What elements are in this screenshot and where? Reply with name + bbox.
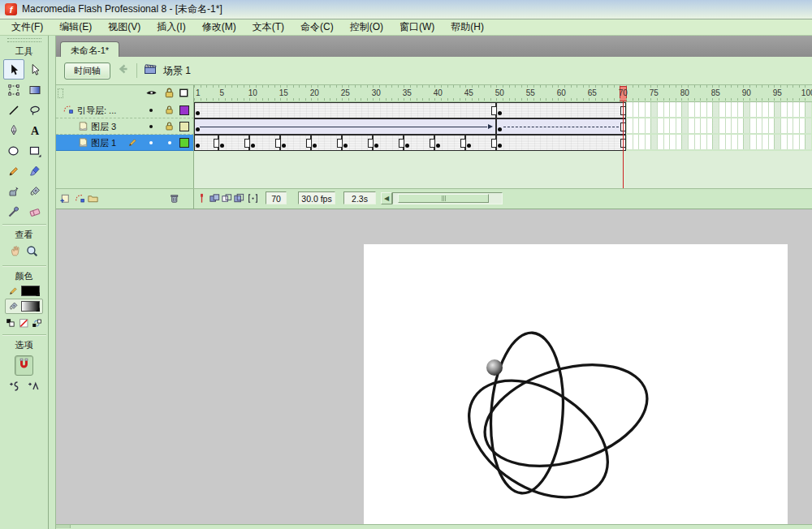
line-tool[interactable] <box>3 100 24 120</box>
rectangle-tool[interactable] <box>24 140 45 161</box>
menu-item-0[interactable]: 文件(F) <box>3 19 51 35</box>
pen-tool[interactable] <box>3 120 24 140</box>
keyframe-dot[interactable] <box>498 127 502 131</box>
text-tool[interactable]: A <box>24 120 45 140</box>
lasso-tool[interactable] <box>24 100 45 120</box>
add-motion-guide-button[interactable] <box>73 192 85 208</box>
stage-horizontal-scrollbar[interactable] <box>56 524 812 529</box>
delete-layer-button[interactable] <box>168 192 180 208</box>
layer-visibility-dot[interactable] <box>149 109 153 112</box>
layer-lock-dot[interactable] <box>168 141 171 144</box>
stage-scroll-button[interactable] <box>56 525 71 528</box>
oval-tool[interactable] <box>3 140 24 161</box>
timeline-toggle-button[interactable]: 时间轴 <box>64 62 110 80</box>
frame-span[interactable] <box>496 102 626 118</box>
menu-item-7[interactable]: 控制(O) <box>342 19 391 35</box>
keyframe-dot[interactable] <box>196 111 200 115</box>
show-hide-all-layers-icon[interactable] <box>145 87 158 102</box>
menu-item-1[interactable]: 编辑(E) <box>51 19 100 35</box>
onion-skin-outlines-button[interactable] <box>221 192 233 208</box>
keyframe-dot[interactable] <box>196 144 200 148</box>
eyedropper-tool[interactable] <box>3 201 24 221</box>
scene-label[interactable]: 场景 1 <box>163 64 191 78</box>
layer-name[interactable]: 图层 1 <box>91 137 116 149</box>
show-all-layers-as-outlines-icon[interactable] <box>178 87 190 102</box>
frames-row-2[interactable] <box>194 118 812 135</box>
layer-row-图层 3[interactable]: 图层 3 <box>56 118 194 135</box>
menu-item-3[interactable]: 插入(I) <box>149 19 193 35</box>
modify-onion-markers-button[interactable] <box>247 192 259 208</box>
swap-colors-button[interactable] <box>32 317 42 332</box>
stage-canvas[interactable] <box>364 244 788 527</box>
brush-tool[interactable] <box>24 161 45 181</box>
frame-rate-field[interactable]: 30.0 fps <box>298 191 335 204</box>
document-tab[interactable]: 未命名-1* <box>60 41 119 57</box>
center-frame-button[interactable] <box>196 192 208 208</box>
onion-skin-button[interactable] <box>209 192 221 208</box>
default-colors-button[interactable] <box>6 317 16 332</box>
frame-span[interactable] <box>496 118 626 135</box>
free-transform-tool[interactable] <box>3 80 24 100</box>
keyframe-dot[interactable] <box>467 144 471 148</box>
frames-row-1[interactable] <box>194 102 812 118</box>
keyframe-dot[interactable] <box>436 144 440 148</box>
menu-item-6[interactable]: 命令(C) <box>292 19 342 35</box>
current-frame-field[interactable]: 70 <box>266 191 287 204</box>
insert-layer-folder-button[interactable] <box>87 192 99 208</box>
edit-multiple-frames-button[interactable] <box>233 192 245 208</box>
back-icon[interactable] <box>117 62 130 79</box>
timeline-scroll-left-button[interactable]: ◀ <box>381 192 392 204</box>
timeline-ruler[interactable]: 1510152025303540455055606570758085909510… <box>194 85 812 102</box>
elapsed-time-field[interactable]: 2.3s <box>343 191 376 204</box>
selection-tool[interactable] <box>3 59 24 80</box>
layer-name[interactable]: 引导层: ... <box>77 105 116 117</box>
frame-span[interactable] <box>194 102 496 118</box>
keyframe-dot[interactable] <box>374 144 378 148</box>
layer-outline-color-swatch[interactable] <box>179 138 189 148</box>
keyframe-dot[interactable] <box>196 127 200 131</box>
keyframe-dot[interactable] <box>313 144 317 148</box>
stroke-color-swatch[interactable] <box>21 286 40 296</box>
timeline-scrollbar[interactable] <box>392 192 503 204</box>
snap-to-objects-toggle[interactable] <box>15 355 33 376</box>
keyframe-dot[interactable] <box>343 144 348 148</box>
panel-grip[interactable] <box>58 88 63 98</box>
layer-visibility-dot[interactable] <box>149 125 153 128</box>
frames-row-3[interactable] <box>194 135 812 151</box>
timeline-scrollbar-thumb[interactable] <box>398 194 489 203</box>
keyframe-dot[interactable] <box>498 144 502 148</box>
menu-item-5[interactable]: 文本(T) <box>244 19 292 35</box>
insert-layer-button[interactable] <box>59 192 71 208</box>
keyframe-dot[interactable] <box>220 144 224 148</box>
menu-item-4[interactable]: 修改(M) <box>194 19 244 35</box>
layer-name[interactable]: 图层 3 <box>91 121 116 133</box>
keyframe-dot[interactable] <box>498 111 502 115</box>
layer-visibility-dot[interactable] <box>149 141 153 144</box>
playhead-line[interactable] <box>623 101 624 188</box>
zoom-tool[interactable] <box>25 244 39 261</box>
ink-bottle-tool[interactable] <box>3 181 24 201</box>
toolbox-grip[interactable] <box>7 38 41 42</box>
smooth-button[interactable] <box>8 380 21 396</box>
frame-span[interactable] <box>194 118 496 135</box>
layer-row-引导层: ...[interactable]: 引导层: ... <box>56 102 194 118</box>
hand-tool[interactable] <box>9 244 23 261</box>
no-color-button[interactable] <box>19 317 29 332</box>
gradient-transform-tool[interactable] <box>24 80 45 100</box>
layer-outline-color-swatch[interactable] <box>179 105 189 115</box>
menu-item-2[interactable]: 视图(V) <box>100 19 149 35</box>
lock-all-layers-icon[interactable] <box>163 87 175 102</box>
fill-color-swatch[interactable] <box>21 301 40 312</box>
frame-span[interactable] <box>496 135 626 151</box>
menu-item-9[interactable]: 帮助(H) <box>443 19 492 35</box>
layer-row-图层 1[interactable]: 图层 1 <box>56 135 194 151</box>
keyframe-dot[interactable] <box>282 144 286 148</box>
paint-bucket-tool[interactable] <box>24 181 45 201</box>
menu-item-8[interactable]: 窗口(W) <box>391 19 443 35</box>
eraser-tool[interactable] <box>24 201 45 221</box>
keyframe-dot[interactable] <box>405 144 409 148</box>
keyframe-dot[interactable] <box>251 144 255 148</box>
straighten-button[interactable] <box>27 380 40 396</box>
pencil-tool[interactable] <box>3 161 24 181</box>
layer-outline-color-swatch[interactable] <box>179 122 189 131</box>
